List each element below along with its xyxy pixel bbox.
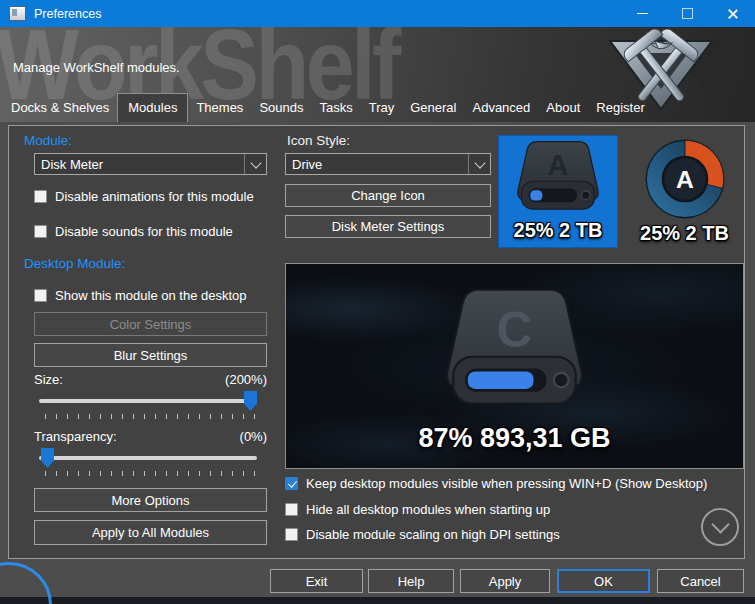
change-icon-button[interactable]: Change Icon [285, 184, 491, 207]
exit-button[interactable]: Exit [270, 569, 363, 593]
checkbox-disable-animations[interactable]: Disable animations for this module [34, 189, 254, 204]
transparency-slider-thumb[interactable] [41, 448, 54, 468]
expand-more-button[interactable] [701, 508, 739, 546]
apply-button[interactable]: Apply [460, 569, 550, 593]
transparency-slider[interactable] [39, 447, 257, 468]
window-title: Preferences [34, 7, 101, 21]
drive-preview-caption: 25% 2 TB [514, 220, 603, 240]
size-slider-thumb[interactable] [244, 391, 257, 411]
large-drive-letter: C [497, 301, 533, 357]
checkbox-keep-visible[interactable]: Keep desktop modules visible when pressi… [285, 476, 707, 491]
size-value: (200%) [225, 372, 267, 387]
pie-style-preview[interactable]: A 25% 2 TB [623, 135, 746, 248]
tab-register[interactable]: Register [588, 96, 652, 122]
checkbox-icon [285, 503, 298, 516]
transparency-slider-ticks [45, 471, 257, 476]
checkbox-icon [285, 528, 298, 541]
tab-general[interactable]: General [402, 96, 464, 122]
chevron-down-icon [468, 154, 490, 174]
drive-icon: A [506, 136, 610, 220]
size-label: Size: [34, 372, 63, 387]
tab-advanced[interactable]: Advanced [464, 96, 538, 122]
tab-about[interactable]: About [538, 96, 588, 122]
checkbox-hide-startup[interactable]: Hide all desktop modules when starting u… [285, 502, 550, 517]
tab-bar: Docks & Shelves Modules Themes Sounds Ta… [3, 93, 653, 122]
maximize-button[interactable] [665, 0, 710, 27]
size-row: Size: (200%) [34, 372, 267, 387]
minimize-icon [637, 13, 648, 15]
titlebar: Preferences [0, 0, 755, 27]
header-subtitle: Manage WorkShelf modules. [13, 60, 180, 75]
ok-button[interactable]: OK [557, 569, 650, 593]
decorative-blue-arc [0, 562, 52, 604]
color-settings-button: Color Settings [34, 312, 267, 336]
tab-themes[interactable]: Themes [188, 96, 251, 122]
slider-track[interactable] [39, 399, 257, 403]
blur-settings-button[interactable]: Blur Settings [34, 343, 267, 367]
large-drive-icon: C [427, 281, 602, 421]
size-slider[interactable] [39, 390, 257, 411]
window-bottom-edge [0, 597, 755, 604]
module-select[interactable]: Disk Meter [34, 153, 267, 175]
checkbox-show-on-desktop[interactable]: Show this module on the desktop [34, 288, 247, 303]
module-heading: Module: [24, 133, 72, 148]
checkbox-disable-scaling[interactable]: Disable module scaling on high DPI setti… [285, 527, 560, 542]
maximize-icon [682, 8, 693, 19]
module-select-value: Disk Meter [35, 157, 244, 172]
transparency-row: Transparency: (0%) [34, 429, 267, 444]
checkbox-label: Disable animations for this module [55, 189, 254, 204]
help-button[interactable]: Help [368, 569, 454, 593]
tab-tray[interactable]: Tray [361, 96, 403, 122]
pie-chart-icon: A [641, 135, 729, 223]
checkbox-label: Hide all desktop modules when starting u… [306, 502, 550, 517]
tab-modules[interactable]: Modules [117, 93, 188, 122]
drive-style-preview[interactable]: A 25% 2 TB [498, 135, 618, 248]
minimize-button[interactable] [620, 0, 665, 27]
preferences-window: Preferences WorkShelf Manage WorkShelf m… [0, 0, 755, 604]
checkbox-label: Show this module on the desktop [55, 288, 247, 303]
checkbox-icon [34, 190, 47, 203]
module-large-preview: C 87% 893,31 GB [285, 263, 744, 469]
checkbox-label: Disable module scaling on high DPI setti… [306, 527, 560, 542]
tab-docks-shelves[interactable]: Docks & Shelves [3, 96, 117, 122]
tab-tasks[interactable]: Tasks [311, 96, 360, 122]
app-icon [9, 6, 26, 21]
apply-to-all-modules-button[interactable]: Apply to All Modules [34, 520, 267, 545]
icon-style-heading: Icon Style: [287, 133, 350, 148]
more-options-button[interactable]: More Options [34, 488, 267, 512]
cancel-button[interactable]: Cancel [657, 569, 744, 593]
pie-letter: A [676, 166, 694, 193]
checkbox-icon [285, 477, 298, 490]
checkbox-icon [34, 225, 47, 238]
chevron-down-circle-icon [711, 515, 729, 533]
chevron-down-icon [244, 154, 266, 174]
drive-letter: A [547, 148, 568, 181]
pie-preview-caption: 25% 2 TB [640, 223, 729, 243]
size-slider-ticks [45, 414, 257, 419]
slider-track[interactable] [39, 456, 257, 460]
transparency-label: Transparency: [34, 429, 117, 444]
close-icon [727, 8, 739, 20]
header: WorkShelf Manage WorkShelf modules. [0, 27, 755, 122]
checkbox-label: Keep desktop modules visible when pressi… [306, 476, 707, 491]
checkbox-label: Disable sounds for this module [55, 224, 233, 239]
disk-meter-settings-button[interactable]: Disk Meter Settings [285, 215, 491, 238]
checkbox-disable-sounds[interactable]: Disable sounds for this module [34, 224, 233, 239]
modules-panel: Module: Disk Meter Disable animations fo… [8, 125, 745, 559]
large-preview-caption: 87% 893,31 GB [418, 425, 610, 452]
checkbox-icon [34, 289, 47, 302]
icon-style-select[interactable]: Drive [285, 153, 491, 175]
window-controls [620, 0, 755, 27]
icon-style-select-value: Drive [286, 157, 468, 172]
close-button[interactable] [710, 0, 755, 27]
tab-sounds[interactable]: Sounds [251, 96, 311, 122]
transparency-value: (0%) [240, 429, 267, 444]
desktop-module-heading: Desktop Module: [24, 256, 125, 271]
